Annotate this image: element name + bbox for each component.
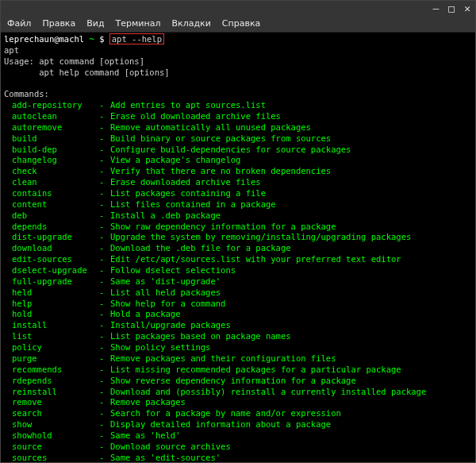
command-name: reinstall	[4, 387, 99, 398]
command-desc: Display detailed information about a pac…	[110, 419, 472, 430]
titlebar: — □ ✕	[1, 1, 475, 15]
separator: -	[99, 430, 110, 442]
command-desc: Remove automatically all unused packages	[110, 122, 472, 133]
command-row: sources- Same as 'edit-sources'	[4, 453, 472, 462]
command-name: list	[4, 331, 99, 342]
command-row: showhold- Same as 'held'	[4, 430, 472, 442]
command-name: sources	[4, 453, 99, 462]
usage-line-2: apt help command [options]	[4, 68, 170, 77]
output-header: apt	[4, 45, 19, 55]
separator: -	[99, 376, 110, 387]
command-desc: Search for a package by name and/or expr…	[110, 408, 472, 419]
command-row: autoremove- Remove automatically all unu…	[4, 122, 472, 133]
command-desc: Same as 'edit-sources'	[110, 453, 472, 462]
command-row: recommends- List missing recommended pac…	[4, 365, 472, 376]
separator: -	[99, 111, 110, 122]
command-name: build-dep	[4, 145, 99, 156]
separator: -	[99, 199, 110, 210]
command-row: list- List packages based on package nam…	[4, 331, 472, 342]
command-name: install	[4, 320, 99, 331]
command-row: install- Install/upgrade packages	[4, 320, 472, 331]
command-desc: Install a .deb package	[110, 210, 472, 222]
command-desc: Same as 'dist-upgrade'	[110, 276, 472, 287]
command-desc: Download the .deb file for a package	[110, 243, 472, 254]
command-row: hold- Hold a package	[4, 309, 472, 320]
prompt-cwd: ~	[89, 34, 94, 44]
command-name: contains	[4, 188, 99, 199]
command-desc: View a package's changelog	[110, 155, 472, 166]
terminal-viewport[interactable]: leprechaun@machl ~ $ apt --help apt Usag…	[1, 33, 475, 462]
separator: -	[99, 408, 110, 419]
command-name: source	[4, 442, 99, 453]
command-row: contains- List packages containing a fil…	[4, 188, 472, 199]
menu-edit[interactable]: Правка	[42, 18, 75, 29]
command-row: changelog- View a package's changelog	[4, 155, 472, 166]
command-name: dselect-upgrade	[4, 265, 99, 276]
separator: -	[99, 243, 110, 254]
command-name: content	[4, 199, 99, 210]
commands-list: add-repository- Add entries to apt sourc…	[4, 100, 472, 462]
menu-help[interactable]: Справка	[222, 18, 260, 29]
command-row: content- List files contained in a packa…	[4, 199, 472, 210]
command-desc: Verify that there are no broken dependen…	[110, 166, 472, 177]
close-icon[interactable]: ✕	[464, 3, 470, 14]
command-row: deb- Install a .deb package	[4, 210, 472, 222]
command-desc: Hold a package	[110, 309, 472, 320]
separator: -	[99, 287, 110, 299]
command-row: edit-sources- Edit /etc/apt/sources.list…	[4, 254, 472, 265]
entered-command: apt --help	[109, 33, 164, 44]
command-name: purge	[4, 353, 99, 365]
separator: -	[99, 232, 110, 243]
separator: -	[99, 188, 110, 199]
separator: -	[99, 397, 110, 408]
command-desc: List packages containing a file	[110, 188, 472, 199]
command-desc: Build binary or source packages from sou…	[110, 133, 472, 145]
separator: -	[99, 122, 110, 133]
command-name: autoclean	[4, 111, 99, 122]
command-desc: Erase downloaded archive files	[110, 177, 472, 188]
separator: -	[99, 331, 110, 342]
menu-tabs[interactable]: Вкладки	[171, 18, 210, 29]
command-desc: Show raw dependency information for a pa…	[110, 222, 472, 233]
usage-line-1: Usage: apt command [options]	[4, 56, 144, 66]
command-row: depends- Show raw dependency information…	[4, 222, 472, 233]
command-desc: Show policy settings	[110, 342, 472, 353]
command-name: held	[4, 287, 99, 299]
command-row: policy- Show policy settings	[4, 342, 472, 353]
command-row: purge- Remove packages and their configu…	[4, 353, 472, 365]
command-row: show- Display detailed information about…	[4, 419, 472, 430]
command-desc: Same as 'held'	[110, 430, 472, 442]
command-name: search	[4, 408, 99, 419]
command-name: policy	[4, 342, 99, 353]
menu-terminal[interactable]: Терминал	[116, 18, 161, 29]
separator: -	[99, 210, 110, 222]
separator: -	[99, 276, 110, 287]
command-desc: Download source archives	[110, 442, 472, 453]
commands-heading: Commands:	[4, 89, 49, 98]
command-desc: Upgrade the system by removing/installin…	[110, 232, 472, 243]
command-name: showhold	[4, 430, 99, 442]
command-desc: Configure build-dependencies for source …	[110, 145, 472, 156]
separator: -	[99, 222, 110, 233]
command-name: add-repository	[4, 100, 99, 111]
command-row: remove- Remove packages	[4, 397, 472, 408]
menu-view[interactable]: Вид	[86, 18, 104, 29]
command-desc: Show help for a command	[110, 299, 472, 310]
separator: -	[99, 309, 110, 320]
command-name: download	[4, 243, 99, 254]
minimize-icon[interactable]: —	[433, 3, 440, 14]
command-desc: Show reverse dependency information for …	[110, 376, 472, 387]
command-name: edit-sources	[4, 254, 99, 265]
command-desc: List missing recommended packages for a …	[110, 365, 472, 376]
command-desc: Remove packages	[110, 397, 472, 408]
command-desc: Erase old downloaded archive files	[110, 111, 472, 122]
command-desc: Install/upgrade packages	[110, 320, 472, 331]
command-row: build- Build binary or source packages f…	[4, 133, 472, 145]
menu-file[interactable]: Файл	[7, 18, 31, 29]
separator: -	[99, 166, 110, 177]
command-name: rdepends	[4, 376, 99, 387]
maximize-icon[interactable]: □	[448, 3, 455, 14]
separator: -	[99, 145, 110, 156]
separator: -	[99, 353, 110, 365]
command-row: full-upgrade- Same as 'dist-upgrade'	[4, 276, 472, 287]
